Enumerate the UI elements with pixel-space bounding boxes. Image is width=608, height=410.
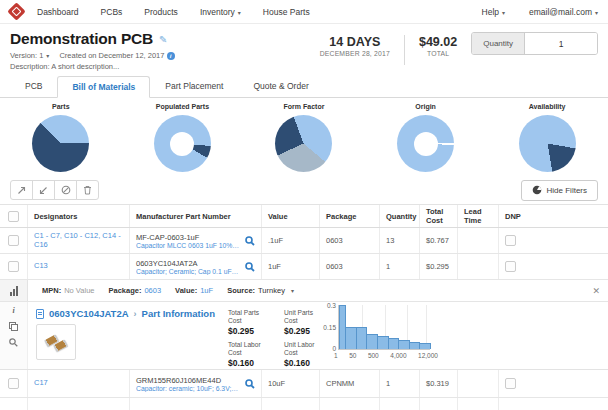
select-all-checkbox[interactable] (8, 211, 19, 222)
column-header-mpn[interactable]: Manufacturer Part Number (130, 205, 262, 227)
search-part-icon[interactable] (245, 262, 255, 272)
filter-package-value[interactable]: 0603 (144, 286, 161, 295)
chart-title: Parts (0, 103, 122, 110)
x-tick-label: 50 (349, 352, 356, 359)
chart-title: Form Factor (243, 103, 365, 110)
collapse-rows-button[interactable] (32, 180, 55, 200)
chart-availability: Availability (486, 101, 608, 176)
column-header-designators[interactable]: Designators (28, 205, 130, 227)
hide-filters-label: Hide Filters (547, 186, 587, 195)
breadcrumb-section[interactable]: Part Information (142, 308, 215, 319)
expand-icon (17, 186, 26, 195)
cost-label: Unit Labor Cost (284, 341, 328, 357)
part-description-link[interactable]: Capacitor MLCC 0603 1uF 10% 25V (136, 242, 240, 249)
part-description-link[interactable]: Capacitor: ceramic; 10uF; 6.3V; X5R; ±20… (136, 385, 240, 392)
hide-filters-button[interactable]: Hide Filters (521, 180, 598, 201)
part-description-link[interactable]: Capacitor; Ceramic; Cap 0.1 uF; Tol 5%; … (136, 268, 240, 275)
dnp-checkbox[interactable] (505, 261, 516, 272)
column-header-package[interactable]: Package (320, 205, 380, 227)
divider (404, 35, 405, 65)
column-header-total-cost[interactable]: Total Cost (420, 205, 458, 227)
dnp-checkbox[interactable] (505, 378, 516, 389)
pie-chart-origin[interactable] (397, 115, 454, 172)
ban-icon (61, 185, 71, 195)
lead-time-stat: 14 DAYS DECEMBER 28, 2017 (320, 32, 390, 57)
trash-icon (83, 185, 92, 195)
chevron-down-icon: ▾ (502, 10, 505, 16)
pie-chart-populated-parts[interactable] (154, 115, 211, 172)
mpn-text: MF-CAP-0603-1uF (136, 233, 199, 242)
info-tab-icon[interactable]: i (12, 307, 14, 315)
part-detail-panel: MPN: No Value Package: 0603 Value: 1uF S… (0, 280, 608, 370)
pie-chart-form-factor[interactable] (275, 115, 332, 172)
chart-populated-parts: Populated Parts (122, 101, 244, 176)
search-part-icon[interactable] (245, 236, 255, 246)
value-cell: .1uF (262, 228, 320, 253)
nav-item-house-parts[interactable]: House Parts (263, 7, 310, 17)
info-icon[interactable]: i (167, 52, 175, 60)
quantity-label: Quantity (472, 33, 525, 54)
tab-part-placement[interactable]: Part Placement (150, 75, 238, 97)
search-tab-icon[interactable] (9, 338, 18, 347)
version-dropdown[interactable]: Version: 1▾ (10, 51, 49, 60)
tab-pcb[interactable]: PCB (10, 75, 57, 97)
x-axis-labels: 1 50 500 4,000 12,000 (334, 352, 438, 359)
edit-title-icon[interactable]: ✎ (159, 34, 167, 45)
delete-selected-button[interactable] (76, 180, 99, 200)
help-label: Help (482, 7, 499, 17)
package-cell: CPNMM (320, 370, 380, 397)
column-header-dnp[interactable]: DNP (499, 205, 608, 227)
total-value: $49.02 (419, 35, 457, 49)
row-checkbox[interactable] (8, 261, 19, 272)
dnp-checkbox[interactable] (505, 235, 516, 246)
quantity-input[interactable] (525, 33, 597, 54)
pie-chart-parts[interactable] (32, 115, 89, 172)
breadcrumb-part-number[interactable]: 0603YC104JAT2A (49, 308, 129, 319)
search-part-icon[interactable] (245, 379, 255, 389)
cost-value: $0.160 (228, 358, 272, 368)
total-parts-cost: Total Parts Cost $0.295 (228, 309, 272, 336)
part-thumbnail[interactable] (36, 324, 76, 360)
cost-summary: Total Parts Cost $0.295 Unit Parts Cost … (228, 309, 328, 368)
total-stat: $49.02 TOTAL (419, 32, 457, 57)
cost-label: Total Parts Cost (228, 309, 272, 325)
account-menu[interactable]: email@mail.com▾ (529, 7, 598, 17)
histogram-bar (419, 343, 431, 349)
package-cell: 0603 (320, 228, 380, 253)
nav-item-products[interactable]: Products (144, 7, 178, 17)
designators-link[interactable]: C17 (34, 379, 48, 387)
cost-label: Unit Parts Cost (284, 309, 328, 325)
dnp-selected-button[interactable] (54, 180, 77, 200)
column-header-value[interactable]: Value (262, 205, 320, 227)
table-row: C1 - C7, C10 - C12, C14 - C16 MF-CAP-060… (0, 228, 608, 254)
row-checkbox[interactable] (8, 235, 19, 246)
brand-logo-icon[interactable] (7, 2, 25, 20)
copy-icon[interactable] (9, 322, 18, 331)
expand-rows-button[interactable] (10, 180, 33, 200)
filter-source-value: Turnkey (258, 286, 285, 295)
filter-value: Value: 1uF (175, 286, 213, 295)
nav-item-pcbs[interactable]: PCBs (101, 7, 123, 17)
document-icon (36, 309, 44, 319)
filter-value-value[interactable]: 1uF (200, 286, 213, 295)
y-tick-label: 0.3 (327, 302, 336, 309)
price-break-plot: 0.3 0.15 0 (338, 305, 430, 350)
nav-item-dashboard[interactable]: Dashboard (37, 7, 79, 17)
filter-source[interactable]: Source: Turnkey ▾ (227, 286, 294, 295)
tab-bill-of-materials[interactable]: Bill of Materials (57, 76, 150, 98)
help-menu[interactable]: Help▾ (482, 7, 506, 17)
top-navigation: Dashboard PCBs Products Inventory▾ House… (0, 0, 608, 24)
close-panel-icon[interactable]: ✕ (592, 286, 600, 296)
designators-link[interactable]: C13 (34, 262, 48, 270)
nav-item-inventory[interactable]: Inventory▾ (200, 7, 241, 17)
x-tick-label: 12,000 (418, 352, 438, 359)
pie-chart-availability[interactable] (519, 115, 576, 172)
chart-view-button[interactable] (0, 280, 28, 301)
filter-mpn-value: No Value (64, 286, 94, 295)
column-header-quantity[interactable]: Quantity (380, 205, 420, 227)
column-header-lead-time[interactable]: Lead Time (458, 205, 499, 227)
row-checkbox[interactable] (8, 378, 19, 389)
designators-link[interactable]: C1 - C7, C10 - C12, C14 - C16 (34, 232, 123, 249)
tab-quote-order[interactable]: Quote & Order (238, 75, 323, 97)
total-cost-cell: $0.767 (420, 228, 458, 253)
